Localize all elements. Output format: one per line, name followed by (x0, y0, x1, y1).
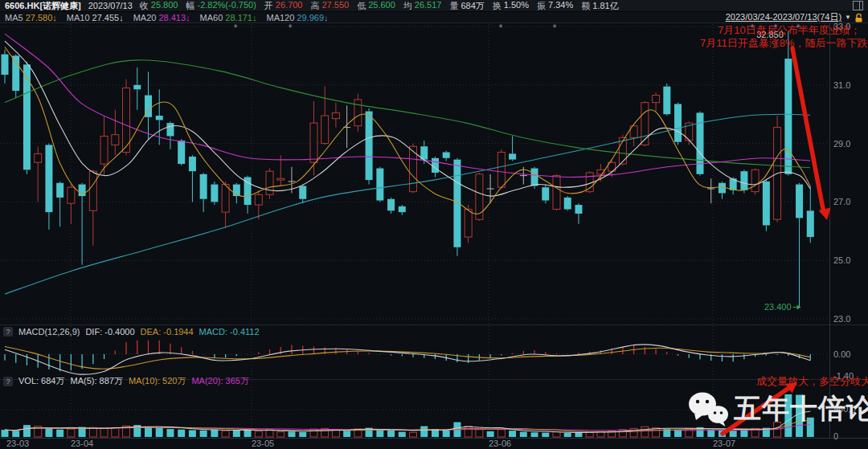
vol-ma5-value: MA(5): 887万 (70, 375, 122, 387)
chevron-down-icon: ▼ (845, 14, 851, 21)
macd-lines (5, 345, 810, 374)
watermark-text: 五年十倍论 (734, 390, 868, 427)
news-line2: 7月11日开盘暴涨8%，随后一路下跌 (700, 37, 868, 50)
ma-item-ma5: MA527.580↓ (5, 13, 57, 22)
volume-annotation: 成交量放大，多空分歧大 (756, 374, 868, 389)
macd-dea-value: DEA: -0.1944 (141, 327, 194, 337)
svg-text:23-03: 23-03 (6, 439, 29, 448)
macd-header: ? MACD(12,26,9) DIF: -0.4000 DEA: -0.194… (3, 326, 260, 337)
quote-bar: 6606.HK[诺辉健康] 2023/07/13 收25.800幅-2.82%(… (0, 0, 868, 12)
quote-field: 换1.50% (493, 0, 529, 12)
ma-item-ma20: MA2028.413↓ (133, 13, 190, 22)
watermark: 五年十倍论 (687, 390, 868, 427)
macd-title: MACD(12,26,9) (18, 327, 80, 337)
wechat-icon (687, 390, 729, 427)
help-icon[interactable]: ? (3, 327, 13, 337)
svg-text:0.00: 0.00 (833, 349, 850, 359)
stock-app-window: 33.031.029.027.025.023.00.00-1.40960万023… (0, 0, 868, 449)
svg-text:23-07: 23-07 (713, 439, 735, 448)
date-range-label[interactable]: 2023/03/24-2023/07/13(74日) (726, 11, 841, 23)
volume-header: ? VOL: 684万 MA(5): 887万 MA(10): 520万 MA(… (3, 376, 249, 386)
quote-field: 振7.34% (537, 0, 573, 12)
quote-field: 量684万 (449, 0, 484, 12)
quote-field: 幅-2.82%(-0.750) (186, 0, 256, 12)
quote-field: 低25.600 (357, 0, 395, 12)
panel-layout-icon[interactable] (853, 1, 863, 10)
macd-dif-value: DIF: -0.4000 (85, 327, 134, 337)
ma-bar: MA527.580↓MA1027.455↓MA2028.413↓MA6028.1… (0, 12, 868, 23)
svg-text:*: * (289, 22, 293, 34)
svg-text:25.0: 25.0 (833, 255, 850, 265)
svg-text:23-06: 23-06 (489, 439, 511, 448)
quote-field: 高27.550 (311, 0, 350, 12)
quote-field: 开26.700 (264, 0, 303, 12)
ma-item-ma60: MA6028.171↓ (200, 13, 257, 22)
macd-hist-value: MACD: -0.4112 (199, 327, 260, 337)
svg-text:23-05: 23-05 (252, 439, 274, 448)
svg-text:0: 0 (833, 431, 838, 441)
news-annotation: 7月10日盘后公布半年度业绩； 7月11日开盘暴涨8%，随后一路下跌 (700, 24, 868, 50)
date-range-selector[interactable]: 2023/03/24-2023/07/13(74日) ▼ (726, 11, 863, 23)
svg-text:23-04: 23-04 (71, 439, 93, 448)
ma-item-ma120: MA12029.969↓ (267, 13, 329, 22)
svg-text:*: * (499, 22, 503, 34)
quote-field: 均26.517 (403, 0, 442, 12)
unlock-icon[interactable] (854, 13, 863, 22)
news-line1: 7月10日盘后公布半年度业绩； (718, 24, 868, 37)
svg-text:*: * (234, 22, 238, 34)
help-icon[interactable]: ? (3, 377, 13, 386)
svg-text:23.400: 23.400 (764, 302, 792, 312)
vol-ma20-value: MA(20): 365万 (191, 375, 249, 387)
svg-text:27.0: 27.0 (833, 197, 850, 206)
ma-item-ma10: MA1027.455↓ (67, 13, 124, 22)
quote-field: 额1.81亿 (581, 0, 618, 12)
quote-fields: 收25.800幅-2.82%(-0.750)开26.700高27.550低25.… (140, 0, 619, 12)
svg-text:23.0: 23.0 (833, 314, 850, 324)
quote-field: 收25.800 (140, 0, 178, 12)
ma-values: MA527.580↓MA1027.455↓MA2028.413↓MA6028.1… (5, 13, 329, 22)
trade-date: 2023/07/13 (88, 1, 133, 10)
ma-lines (5, 34, 810, 294)
stock-code[interactable]: 6606.HK[诺辉健康] (5, 0, 81, 12)
svg-text:*: * (553, 22, 557, 34)
vol-ma10-value: MA(10): 520万 (129, 375, 186, 387)
svg-text:29.0: 29.0 (833, 139, 850, 149)
svg-text:31.0: 31.0 (833, 80, 850, 90)
vol-value: VOL: 684万 (18, 375, 64, 387)
